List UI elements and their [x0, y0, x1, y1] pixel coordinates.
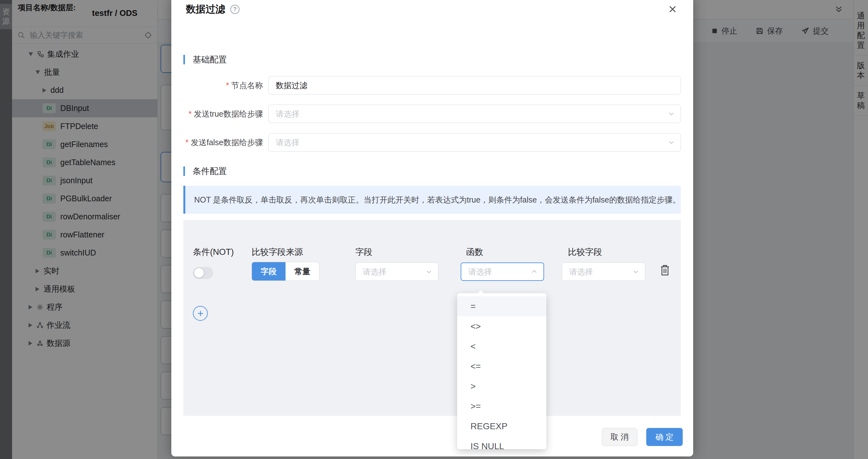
function-dropdown: =<><<=>>=REGEXPIS NULL [457, 293, 546, 449]
field-select[interactable]: 请选择 [355, 262, 438, 281]
field-column-label: 字段 [355, 246, 372, 258]
data-filter-modal: 数据过滤 基础配置 *节点名称 *发送true数据给步骤 请选择 *发送fals… [171, 0, 693, 456]
function-option-REGEXP[interactable]: REGEXP [457, 416, 546, 436]
chevron-down-icon [668, 139, 675, 146]
false-step-label: *发送false数据给步骤 [171, 133, 263, 152]
function-option->=[interactable]: >= [457, 396, 546, 416]
node-name-label: *节点名称 [171, 76, 263, 95]
required-asterisk: * [188, 109, 192, 118]
chevron-down-icon [632, 268, 639, 275]
not-toggle[interactable] [193, 267, 213, 279]
chevron-down-icon [668, 110, 675, 117]
node-name-input[interactable] [269, 76, 681, 95]
compare-field-select[interactable]: 请选择 [562, 262, 645, 281]
compare-column-label: 比较字段 [568, 246, 602, 258]
help-icon[interactable] [230, 5, 240, 14]
chevron-down-icon [426, 268, 432, 275]
modal-title: 数据过滤 [186, 3, 225, 16]
section-basic: 基础配置 [183, 54, 227, 65]
function-option-<[interactable]: < [457, 336, 546, 356]
function-option-<=[interactable]: <= [457, 356, 546, 376]
function-option-=[interactable]: = [457, 296, 546, 316]
false-step-select[interactable]: 请选择 [269, 133, 681, 152]
not-switch-notice: NOT 是条件取反，单击取反，再次单击则取正。当打开此开关时，若表达式为true… [183, 186, 681, 214]
function-select[interactable]: 请选择 [461, 262, 544, 281]
not-column-label: 条件(NOT) [193, 246, 234, 258]
close-icon[interactable] [668, 4, 679, 15]
required-asterisk: * [185, 138, 188, 147]
source-option-字段[interactable]: 字段 [252, 262, 285, 281]
function-option-IS NULL[interactable]: IS NULL [457, 436, 546, 449]
cancel-button[interactable]: 取 消 [602, 428, 638, 446]
function-option->[interactable]: > [457, 376, 546, 396]
app-root: 资 源 项目名称/数据层: testfr / ODS 集成作业批量dddDiDB… [0, 0, 868, 459]
delete-row-trash-icon[interactable] [659, 264, 671, 276]
section-condition: 条件配置 [183, 165, 227, 177]
function-option-<>[interactable]: <> [457, 316, 546, 336]
confirm-button[interactable]: 确 定 [646, 428, 683, 446]
add-condition-button[interactable] [193, 306, 208, 321]
required-asterisk: * [226, 81, 229, 90]
true-step-select[interactable]: 请选择 [269, 105, 681, 123]
section-accent-bar [183, 55, 185, 64]
section-accent-bar [183, 166, 185, 176]
source-option-常量[interactable]: 常量 [285, 262, 319, 281]
source-segmented-control: 字段常量 [252, 262, 319, 281]
toggle-knob [194, 268, 204, 278]
source-column-label: 比较字段来源 [252, 246, 303, 258]
condition-panel: 条件(NOT) 比较字段来源 字段 函数 比较字段 字段常量 请选择 请选择 请… [183, 220, 681, 416]
function-column-label: 函数 [466, 246, 483, 258]
true-step-label: *发送true数据给步骤 [171, 105, 263, 123]
chevron-up-icon [531, 268, 538, 275]
